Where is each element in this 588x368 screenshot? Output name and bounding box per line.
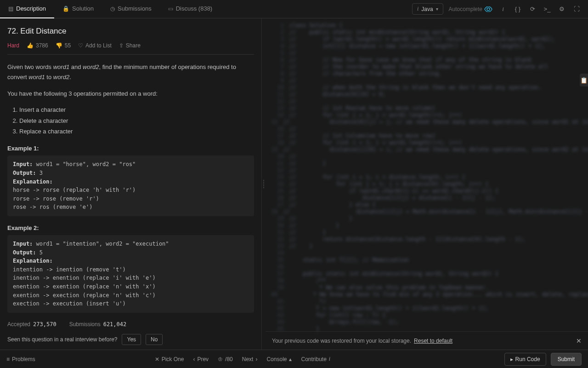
editor-line: 19// distance[i][0] = i; // we need thes… — [271, 146, 588, 153]
editor-line: 10// // when both the String is blank th… — [271, 84, 588, 91]
accepted-stat: Accepted273,570 — [7, 321, 57, 328]
problem-tabs: ▤ Description 🔒 Solution ◷ Submissions ▭… — [0, 0, 412, 18]
thumbs-down-icon: 👎 — [56, 42, 62, 49]
editor-line: 12// — [271, 98, 588, 105]
bottom-bar: ≡ Problems ✕ Pick One ‹ Prev ♔ /80 Next … — [0, 350, 588, 368]
editor-line: 23// for (int i = 1; i < distance.length… — [271, 174, 588, 181]
no-button[interactable]: No — [146, 334, 163, 345]
stats-row: Accepted273,570 Submissions621,042 — [7, 321, 254, 328]
editor-line: 7// // the inorder to make that blank ot… — [271, 63, 588, 70]
play-icon: ▸ — [510, 356, 513, 362]
close-icon[interactable]: ✕ — [576, 337, 582, 345]
bottombar-console-group: Console ▴ Contribute i — [266, 356, 330, 362]
description-panel: 72. Edit Distance Hard 👍 3786 👎 55 ♡ Add… — [0, 18, 262, 350]
editor-line: 39 * We can also solve this problem in T… — [271, 284, 588, 291]
op-item: Insert a character — [19, 104, 254, 115]
chat-icon: ▭ — [168, 6, 173, 12]
share-icon: ⇪ — [119, 42, 124, 49]
list-icon: ≡ — [6, 356, 10, 362]
terminal-icon[interactable]: >_ — [541, 3, 553, 15]
tab-solution-label: Solution — [72, 5, 94, 12]
editor-line: 3// if (word1.length() < word2.length())… — [271, 36, 588, 43]
editor-line: 13// // 1st Row(we have to move column) — [271, 105, 588, 112]
italic-i-icon: i — [417, 6, 418, 12]
autocomplete-toggle[interactable]: Autocomplete — [449, 6, 482, 12]
braces-icon[interactable]: { } — [512, 3, 524, 15]
shuffle-icon: ✕ — [155, 356, 159, 362]
example-1-block: Input: word1 = "horse", word2 = "ros" Ou… — [7, 155, 254, 216]
problems-button[interactable]: ≡ Problems — [6, 356, 35, 362]
chevron-left-icon: ‹ — [193, 356, 195, 362]
editor-line: 30// } — [271, 222, 588, 229]
example-2-block: Input: word1 = "intention", word2 = "exe… — [7, 235, 254, 313]
code-editor-panel: 1class Solution {2// public static int m… — [266, 18, 588, 350]
problem-intro: Given two words word1 and word2, find th… — [7, 62, 254, 82]
tab-description[interactable]: ▤ Description — [0, 0, 54, 18]
reset-icon[interactable]: ⟳ — [526, 3, 538, 15]
code-editor[interactable]: 1class Solution {2// public static int m… — [266, 22, 588, 331]
editor-line: 18// for (int i = 1; i < word1.length()+… — [271, 139, 588, 146]
tab-submissions[interactable]: ◷ Submissions — [102, 0, 160, 18]
info-icon[interactable]: i — [497, 3, 509, 15]
editor-line: 35 static int T[][]; // Memoization — [271, 257, 588, 264]
editor-line: 16// — [271, 126, 588, 132]
like-button[interactable]: 👍 3786 — [27, 42, 48, 49]
editor-line: 37 public static int minDistance(String … — [271, 270, 588, 277]
bottombar-left: ≡ Problems — [6, 356, 35, 362]
language-selector[interactable]: i Java ▾ — [412, 3, 443, 15]
editor-line: 24// for (int j = 1; j < distance[0].len… — [271, 181, 588, 188]
tab-discuss[interactable]: ▭ Discuss (838) — [160, 0, 220, 18]
pick-one-button[interactable]: ✕ Pick One — [155, 356, 184, 362]
fullscreen-icon[interactable]: ⛶ — [571, 3, 582, 15]
difficulty-badge: Hard — [7, 42, 19, 49]
editor-line: 22// — [271, 167, 588, 174]
console-button[interactable]: Console ▴ — [266, 356, 292, 362]
share-button[interactable]: ⇪ Share — [119, 42, 141, 49]
prev-button[interactable]: ‹ Prev — [193, 356, 209, 362]
example-1-label: Example 1: — [7, 145, 254, 152]
problem-title: 72. Edit Distance — [7, 27, 254, 36]
add-to-list-button[interactable]: ♡ Add to List — [78, 42, 112, 49]
ops-intro: You have the following 3 operations perm… — [7, 89, 254, 99]
yes-button[interactable]: Yes — [122, 334, 141, 345]
editor-line: 2// public static int minDistance(String… — [271, 29, 588, 36]
description-icon: ▤ — [8, 6, 13, 12]
dislike-button[interactable]: 👎 55 — [56, 42, 71, 49]
share-label: Share — [126, 42, 141, 49]
language-label: Java — [421, 6, 433, 12]
restore-bar: Your previous code was restored from you… — [266, 331, 588, 350]
clock-icon: ◷ — [110, 6, 115, 12]
tab-submissions-label: Submissions — [118, 5, 152, 12]
editor-line: 15// distance[0][j] = j; // we need thes… — [271, 119, 588, 126]
split-gutter[interactable] — [262, 18, 266, 350]
reset-link[interactable]: Reset to default — [414, 338, 452, 344]
info-icon: i — [329, 356, 330, 362]
editor-line: 44 Arrays.fill(row, -1); — [271, 319, 588, 326]
tab-solution[interactable]: 🔒 Solution — [54, 0, 102, 18]
editor-line: 42 T = new int[word1.length() + 1][word2… — [271, 305, 588, 312]
submit-button[interactable]: Submit — [551, 353, 582, 366]
editor-line: 21// } — [271, 160, 588, 167]
editor-line: 33// } — [271, 243, 588, 250]
settings-icon[interactable]: ⚙ — [556, 3, 568, 15]
editor-line: 17// // 1st Column(we have to move row) — [271, 132, 588, 139]
editor-line: 8// // characters from the other string. — [271, 70, 588, 77]
editor-line: 43 for (int[] row : T) { — [271, 312, 588, 319]
editor-line: 9// — [271, 77, 588, 84]
chevron-right-icon: › — [255, 356, 257, 362]
clipboard-tab-icon[interactable]: 📋 — [580, 74, 588, 86]
editor-line: 1class Solution { — [271, 22, 588, 29]
restore-text: Your previous code was restored from you… — [272, 338, 411, 344]
next-button[interactable]: Next › — [242, 356, 258, 362]
problem-meta: Hard 👍 3786 👎 55 ♡ Add to List ⇪ Share — [7, 42, 254, 49]
bottombar-center: ✕ Pick One ‹ Prev ♔ /80 Next › — [155, 356, 258, 362]
editor-line: 4// int[][] distance = new int[word1.len… — [271, 43, 588, 50]
top-bar: ▤ Description 🔒 Solution ◷ Submissions ▭… — [0, 0, 588, 18]
eye-icon[interactable] — [482, 3, 494, 15]
run-code-button[interactable]: ▸ Run Code — [504, 353, 546, 366]
editor-line: 28// distance[i][j] = Math.min(distance[… — [271, 208, 588, 215]
contribute-button[interactable]: Contribute i — [301, 356, 330, 362]
editor-line: 36 — [271, 264, 588, 270]
editor-line: 5// — [271, 50, 588, 57]
editor-line: 6// // Now for base case we know that if… — [271, 57, 588, 63]
